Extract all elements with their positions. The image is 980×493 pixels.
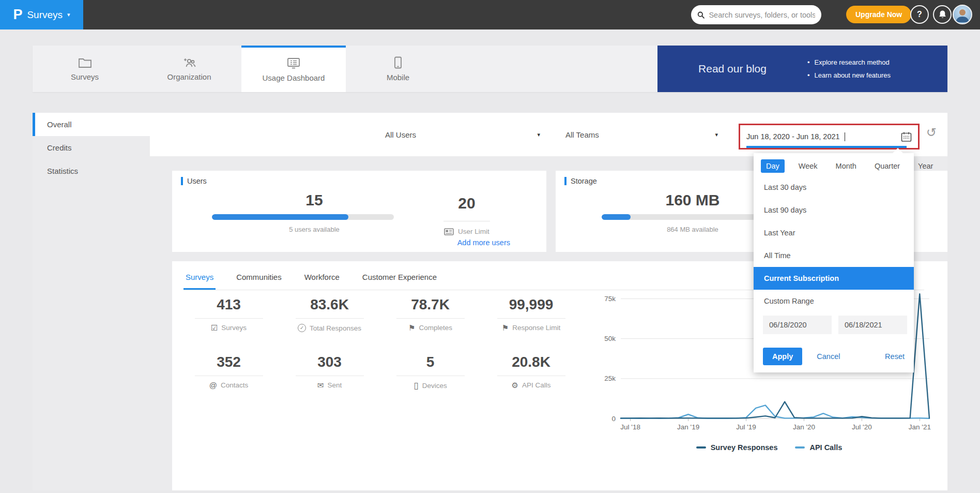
granularity-year[interactable]: Year [914, 159, 937, 173]
nav-tab-label: Surveys [71, 72, 99, 81]
usage-dashboard-icon [286, 57, 301, 69]
reset-button[interactable]: Reset [885, 352, 905, 361]
flag-edit-icon: ⚑ [502, 324, 509, 332]
tab-workforce[interactable]: Workforce [302, 268, 342, 290]
svg-text:Jan '20: Jan '20 [793, 423, 815, 431]
user-limit-value: 20 [431, 195, 503, 212]
stats-grid: 413 ☑ Surveys 83.6K ✓ Total Responses 78… [178, 296, 581, 390]
sidebar-item-credits[interactable]: Credits [33, 136, 150, 159]
teams-filter-dropdown[interactable]: All Teams ▾ [565, 113, 718, 156]
legend-item[interactable]: API Calls [795, 443, 842, 452]
calendar-button[interactable] [901, 131, 912, 142]
calendar-icon [901, 131, 912, 142]
nav-tab-usage-dashboard[interactable]: Usage Dashboard [241, 46, 346, 92]
users-available-text: 5 users available [224, 226, 405, 233]
chevron-down-icon: ▾ [537, 131, 540, 138]
topbar: P Surveys ▾ Upgrade Now ? [0, 0, 980, 29]
preset-last-year[interactable]: Last Year [754, 221, 914, 244]
storage-card-title: Storage [564, 177, 597, 185]
cancel-button[interactable]: Cancel [817, 352, 840, 361]
usage-dashboard-app: P Surveys ▾ Upgrade Now ? [0, 0, 980, 493]
stat-label: Total Responses [310, 324, 361, 332]
stat-devices: 5 ▯ Devices [380, 354, 481, 390]
chart-legend: Survey ResponsesAPI Calls [591, 443, 947, 452]
granularity-quarter[interactable]: Quarter [870, 159, 904, 173]
upgrade-now-button[interactable]: Upgrade Now [846, 6, 911, 23]
filter-bar: All Users ▾ All Teams ▾ Jun 18, 2020 - J… [150, 113, 947, 156]
nav-tab-mobile[interactable]: Mobile [346, 46, 450, 92]
preset-current-subscription[interactable]: Current Subscription [754, 267, 914, 290]
stat-sent: 303 ✉ Sent [279, 354, 380, 390]
legend-swatch-icon [696, 446, 706, 449]
sidebar-item-statistics[interactable]: Statistics [33, 159, 150, 183]
sidebar-item-overall[interactable]: Overall [33, 113, 150, 136]
chevron-down-icon: ▾ [715, 131, 718, 138]
at-icon: @ [209, 381, 217, 389]
flag-icon: ⚑ [408, 324, 415, 332]
add-more-users-link[interactable]: Add more users [457, 238, 510, 247]
granularity-day[interactable]: Day [761, 159, 785, 173]
brand-logo-icon: P [13, 8, 22, 22]
legend-label: Survey Responses [711, 443, 778, 452]
stat-label: Response Limit [512, 324, 560, 332]
users-progress-bar [212, 214, 394, 220]
legend-swatch-icon [795, 446, 805, 449]
tab-surveys[interactable]: Surveys [183, 268, 216, 290]
blog-banner-title[interactable]: Read our blog [657, 63, 807, 75]
help-button[interactable]: ? [910, 5, 929, 24]
sidebar-item-label: Statistics [47, 167, 78, 175]
stat-label: Sent [327, 381, 342, 389]
reset-filters-icon[interactable]: ↺ [926, 125, 937, 140]
divider [443, 221, 490, 221]
nav-tab-label: Organization [167, 72, 211, 81]
nav-tab-surveys[interactable]: Surveys [33, 46, 137, 92]
users-count: 15 [224, 191, 405, 209]
global-search[interactable] [691, 5, 821, 24]
preset-last-90-days[interactable]: Last 90 days [754, 199, 914, 221]
tab-communities[interactable]: Communities [234, 268, 284, 290]
date-range-field[interactable]: Jun 18, 2020 - Jun 18, 2021 [739, 124, 920, 150]
end-date-input[interactable] [838, 316, 907, 334]
start-date-input[interactable] [763, 316, 832, 334]
question-mark-icon: ? [917, 10, 922, 19]
bullet-icon: • [807, 58, 810, 66]
users-progress-fill [212, 214, 348, 220]
storage-progress-fill [602, 214, 631, 220]
text-cursor [845, 132, 846, 141]
users-filter-dropdown[interactable]: All Users ▾ [385, 113, 540, 156]
stat-contacts: 352 @ Contacts [178, 354, 279, 390]
nav-tab-label: Usage Dashboard [263, 73, 325, 82]
svg-text:25k: 25k [604, 375, 616, 382]
sidebar-item-label: Overall [47, 120, 72, 129]
tab-customer-experience[interactable]: Customer Experience [360, 268, 439, 290]
legend-item[interactable]: Survey Responses [696, 443, 778, 452]
svg-text:Jul '19: Jul '19 [736, 423, 756, 431]
bullet-icon: • [807, 71, 810, 79]
organization-icon [181, 57, 197, 68]
stat-value: 303 [317, 354, 342, 370]
bullet-text: Learn about new features [815, 71, 891, 79]
nav-tab-organization[interactable]: Organization [137, 46, 241, 92]
stat-label: Devices [422, 382, 447, 390]
checkbox-icon: ☑ [211, 324, 218, 332]
product-switcher[interactable]: P Surveys ▾ [0, 0, 83, 29]
preset-custom-range[interactable]: Custom Range [754, 290, 914, 312]
preset-all-time[interactable]: All Time [754, 244, 914, 267]
blog-banner[interactable]: Read our blog • Explore research method … [657, 46, 947, 92]
apply-button[interactable]: Apply [763, 348, 802, 365]
notifications-button[interactable] [933, 5, 952, 24]
stat-response-limit: 99,999 ⚑ Response Limit [481, 296, 581, 332]
stat-surveys: 413 ☑ Surveys [178, 296, 279, 332]
granularity-week[interactable]: Week [794, 159, 822, 173]
svg-text:Jan '19: Jan '19 [677, 423, 699, 431]
stat-value: 78.7K [411, 296, 450, 313]
preset-last-30-days[interactable]: Last 30 days [754, 176, 914, 199]
stat-value: 83.6K [310, 296, 349, 313]
blog-banner-bullets: • Explore research method • Learn about … [807, 58, 891, 79]
smartphone-icon: ▯ [414, 381, 418, 390]
granularity-month[interactable]: Month [832, 159, 861, 173]
user-avatar[interactable] [953, 5, 972, 24]
search-input[interactable] [709, 11, 815, 19]
custom-range-inputs [754, 312, 914, 334]
user-limit-label-row: User Limit [425, 228, 508, 235]
